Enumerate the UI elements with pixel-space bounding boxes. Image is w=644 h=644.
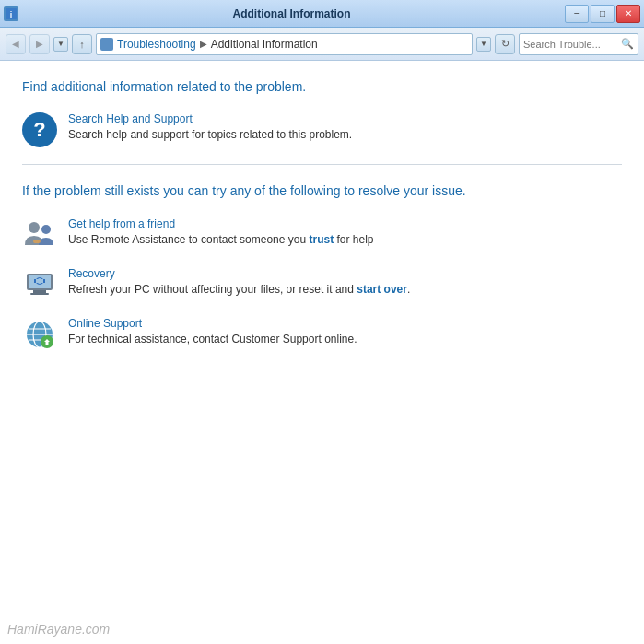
online-support-link[interactable]: Online Support [68, 317, 622, 330]
recovery-desc: Refresh your PC without affecting your f… [68, 283, 410, 296]
folder-icon [100, 38, 113, 51]
search-help-desc: Search help and support for topics relat… [68, 128, 352, 141]
search-icon[interactable]: 🔍 [621, 38, 634, 50]
section-divider [22, 164, 622, 165]
trust-highlight: trust [309, 233, 334, 246]
forward-button[interactable]: ▶ [29, 34, 50, 54]
recovery-icon [22, 267, 57, 302]
svg-text:i: i [10, 10, 13, 19]
window-title: Additional Information [18, 7, 565, 20]
breadcrumb-current: Additional Information [211, 38, 318, 51]
online-support-item: Online Support For technical assistance,… [22, 317, 622, 352]
refresh-button[interactable]: ↻ [495, 34, 515, 54]
breadcrumb-separator: ▶ [200, 39, 207, 49]
friend-help-icon [22, 217, 57, 252]
app-icon: i [4, 6, 18, 21]
friend-help-desc: Use Remote Assistance to contact someone… [68, 233, 374, 246]
title-bar: i Additional Information − □ ✕ [0, 0, 644, 28]
recovery-item: Recovery Refresh your PC without affecti… [22, 267, 622, 302]
up-icon: ↑ [79, 39, 85, 50]
svg-rect-8 [30, 293, 49, 295]
address-field[interactable]: Troubleshooting ▶ Additional Information [96, 33, 473, 55]
window-controls: − □ ✕ [565, 5, 640, 23]
search-help-icon: ? [22, 112, 57, 147]
address-bar: ◀ ▶ ▼ ↑ Troubleshooting ▶ Additional Inf… [0, 28, 644, 61]
main-heading: Find additional information related to t… [22, 79, 622, 94]
friend-help-link[interactable]: Get help from a friend [68, 217, 622, 230]
up-button[interactable]: ↑ [72, 34, 92, 54]
forward-icon: ▶ [36, 39, 43, 49]
svg-rect-7 [33, 290, 46, 293]
maximize-button[interactable]: □ [591, 5, 615, 23]
back-button[interactable]: ◀ [6, 34, 26, 54]
svg-point-2 [29, 222, 40, 233]
close-button[interactable]: ✕ [616, 5, 640, 23]
svg-rect-4 [33, 240, 41, 243]
friend-help-text: Get help from a friend Use Remote Assist… [68, 217, 622, 248]
back-icon: ◀ [12, 39, 19, 49]
address-dropdown-button[interactable]: ▼ [476, 37, 491, 52]
title-bar-left: i [4, 6, 18, 21]
nav-dropdown-button[interactable]: ▼ [53, 37, 68, 52]
svg-point-3 [41, 225, 51, 234]
section2-heading: If the problem still exists you can try … [22, 181, 622, 201]
search-help-link[interactable]: Search Help and Support [68, 112, 622, 125]
search-help-text: Search Help and Support Search help and … [68, 112, 622, 143]
friend-help-item: Get help from a friend Use Remote Assist… [22, 217, 622, 252]
svg-rect-9 [34, 279, 36, 283]
startover-highlight: start over [357, 283, 407, 296]
search-help-item: ? Search Help and Support Search help an… [22, 112, 622, 147]
main-content: Find additional information related to t… [0, 61, 644, 614]
recovery-link[interactable]: Recovery [68, 267, 622, 280]
online-support-icon [22, 317, 57, 352]
breadcrumb-parent[interactable]: Troubleshooting [117, 38, 196, 51]
recovery-text: Recovery Refresh your PC without affecti… [68, 267, 622, 298]
online-support-desc: For technical assistance, contact Custom… [68, 333, 357, 345]
minimize-button[interactable]: − [565, 5, 589, 23]
search-box[interactable]: 🔍 [519, 33, 638, 55]
search-input[interactable] [523, 39, 617, 50]
online-support-text: Online Support For technical assistance,… [68, 317, 622, 347]
svg-rect-10 [43, 279, 45, 283]
refresh-icon: ↻ [501, 38, 509, 50]
